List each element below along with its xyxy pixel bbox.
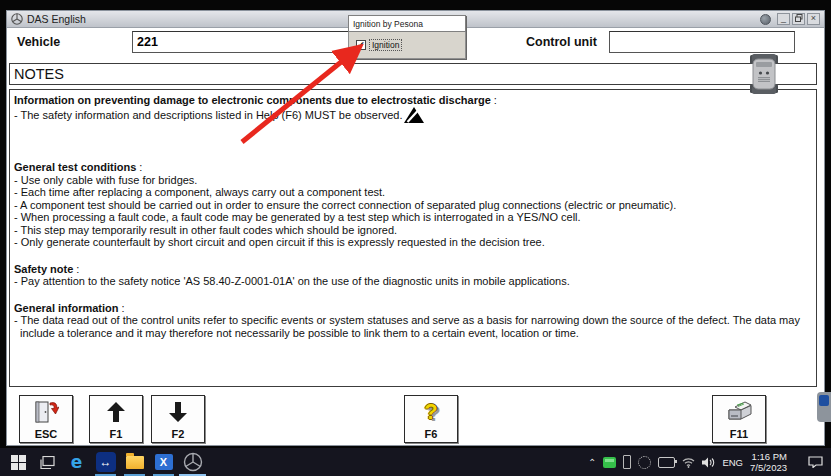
section-heading: Safety note : <box>14 263 812 276</box>
button-label: F6 <box>425 428 438 440</box>
button-label: ESC <box>35 428 58 440</box>
ignition-popup-title: Ignition by Pesona <box>348 15 466 32</box>
close-button[interactable]: × <box>807 13 820 25</box>
button-label: F11 <box>730 428 748 440</box>
xentry-app-button[interactable]: X <box>149 448 178 476</box>
task-view-icon <box>40 456 55 469</box>
ignition-popup: Ignition by Pesona ✔ Ignition <box>348 15 468 60</box>
file-explorer-button[interactable] <box>120 448 149 476</box>
edge-icon: e <box>71 452 83 472</box>
esc-button[interactable]: ESC <box>19 395 73 443</box>
ignition-checkbox-label[interactable]: Ignition <box>369 39 402 51</box>
section-line: - Use only cable with fuse for bridges. <box>14 174 812 187</box>
section-line: - Pay attention to the safety notice 'AS… <box>14 275 812 288</box>
button-label: F2 <box>172 428 185 440</box>
section-heading: Information on preventing damage to elec… <box>14 94 812 107</box>
section-line: - Only generate counterfault by short ci… <box>14 236 812 249</box>
ignition-checkbox[interactable]: ✔ <box>356 40 366 50</box>
action-center-icon[interactable] <box>808 456 823 468</box>
windows-logo-icon <box>11 455 26 470</box>
restore-button[interactable] <box>792 13 805 25</box>
f11-button[interactable]: F11 <box>712 395 766 443</box>
section-line: - The data read out of the control units… <box>14 314 812 339</box>
section-heading: General test conditions : <box>14 161 812 174</box>
tray-expand-chevron[interactable]: ⌃ <box>588 457 596 468</box>
wifi-icon[interactable] <box>682 457 695 468</box>
button-label: F1 <box>110 428 123 440</box>
folder-icon <box>126 456 144 469</box>
minimize-button[interactable]: _ <box>777 13 790 25</box>
section-line: - When processing a fault code, a fault … <box>14 211 812 224</box>
section-line: - The safety information and description… <box>14 107 812 126</box>
das-app-button[interactable] <box>178 448 207 476</box>
clock[interactable]: 1:16 PM 7/5/2023 <box>750 451 787 473</box>
section-line: - This step may temporarily result in ot… <box>14 224 812 237</box>
mercedes-logo-icon <box>11 13 23 25</box>
f6-button[interactable]: ?? F6 <box>404 395 458 443</box>
section-line: - Each time after replacing a component,… <box>14 186 812 199</box>
das-window: DAS English _ × Vehicle Control unit NOT… <box>6 10 825 446</box>
section-heading: General information : <box>14 302 812 315</box>
help-question-icon: ?? <box>424 396 437 428</box>
printer-icon <box>725 396 753 428</box>
battery-plugged-icon[interactable] <box>658 457 675 468</box>
f2-button[interactable]: F2 <box>151 395 205 443</box>
mercedes-star-icon <box>183 452 203 472</box>
arrow-down-icon <box>169 396 187 428</box>
notes-header-box: NOTES <box>9 63 817 85</box>
restore-icon <box>795 14 803 22</box>
teamviewer-button[interactable]: ↔ <box>91 448 120 476</box>
speaker-icon[interactable] <box>702 457 715 468</box>
task-view-button[interactable] <box>33 448 62 476</box>
clock-time: 1:16 PM <box>750 451 787 462</box>
notes-title: NOTES <box>10 64 816 84</box>
vehicle-label: Vehicle <box>17 35 60 49</box>
f1-button[interactable]: F1 <box>89 395 143 443</box>
globe-icon <box>760 14 771 25</box>
tray-green-app-icon[interactable] <box>603 457 616 468</box>
esd-warning-icon <box>410 107 424 126</box>
vehicle-input[interactable] <box>132 31 350 53</box>
control-unit-label: Control unit <box>526 35 597 49</box>
clock-date: 7/5/2023 <box>750 462 787 473</box>
teamviewer-icon: ↔ <box>96 452 116 472</box>
tray-sync-icon[interactable] <box>638 456 651 469</box>
exit-door-icon <box>33 396 59 428</box>
vehicle-top-view-icon <box>749 54 779 94</box>
taskbar: e ↔ X ⌃ ENG 1:16 PM 7/ <box>0 448 831 476</box>
edge-partial-app-icon[interactable] <box>817 392 831 422</box>
control-unit-input[interactable] <box>609 31 795 53</box>
ignition-popup-body: ✔ Ignition <box>348 32 466 59</box>
arrow-up-icon <box>107 396 125 428</box>
x-app-icon: X <box>155 454 173 470</box>
language-indicator[interactable]: ENG <box>722 457 743 468</box>
section-line: - A component test should be carried out… <box>14 199 812 212</box>
start-button[interactable] <box>4 448 33 476</box>
edge-browser-button[interactable]: e <box>62 448 91 476</box>
notes-content: Information on preventing damage to elec… <box>9 89 817 387</box>
tray-device-icon[interactable] <box>623 455 631 469</box>
